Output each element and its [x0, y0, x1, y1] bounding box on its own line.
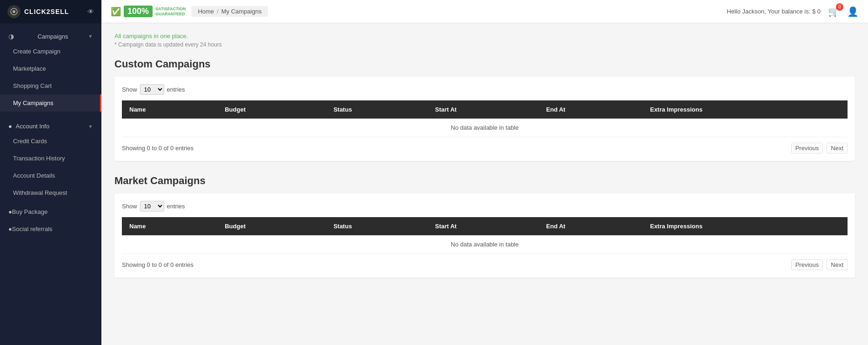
campaigns-section: ◑ Campaigns ▼ Create Campaign Marketplac…: [0, 23, 101, 113]
account-info-section: ● Account Info ▼ Credit Cards Transactio…: [0, 113, 101, 203]
custom-campaigns-card: Show 10 25 50 100 entries Name Budget St…: [114, 77, 855, 161]
custom-showing-text: Showing 0 to 0 of 0 entries: [122, 145, 194, 152]
campaigns-chevron: ▼: [88, 33, 93, 39]
market-table-footer: Showing 0 to 0 of 0 entries Previous Nex…: [122, 259, 848, 270]
sidebar-logo: CLICK2SELL 👁: [0, 0, 101, 23]
show-label-market: Show: [122, 203, 137, 210]
market-showing-text: Showing 0 to 0 of 0 entries: [122, 261, 194, 268]
social-icon: ●: [8, 226, 12, 232]
custom-campaigns-title: Custom Campaigns: [114, 58, 855, 70]
market-col-status: Status: [326, 217, 427, 235]
shield-icon: ✅: [111, 7, 121, 17]
account-icon: ●: [8, 123, 12, 130]
market-table-header-row: Name Budget Status Start At End At Extra…: [122, 217, 848, 235]
header-right: Hello Jackson, Your balance is: $ 0 🛒 0 …: [727, 6, 859, 17]
market-campaigns-card: Show 10 25 50 100 entries Name Budget St…: [114, 193, 855, 278]
logo-icon: [7, 5, 20, 18]
custom-no-data-row: No data available in table: [122, 119, 848, 137]
custom-next-button[interactable]: Next: [827, 143, 848, 153]
svg-point-1: [13, 10, 15, 13]
entries-select-custom[interactable]: 10 25 50 100: [140, 84, 164, 95]
market-pagination: Previous Next: [791, 259, 848, 270]
sidebar-item-transaction-history[interactable]: Transaction History: [0, 150, 101, 167]
eye-icon[interactable]: 👁: [87, 8, 94, 15]
market-col-name: Name: [122, 217, 217, 235]
breadcrumb-nav: Home / My Campaigns: [198, 8, 261, 15]
logo-text: CLICK2SELL: [24, 8, 69, 15]
market-next-button[interactable]: Next: [827, 259, 848, 270]
buy-package-icon: ●: [8, 208, 12, 215]
breadcrumb-current: My Campaigns: [221, 8, 262, 15]
breadcrumb: Home / My Campaigns: [191, 6, 268, 17]
market-show-entries: Show 10 25 50 100 entries: [122, 201, 848, 212]
market-col-extra-impressions: Extra Impressions: [642, 217, 848, 235]
campaigns-label: Campaigns: [38, 33, 68, 40]
col-end-at: End At: [539, 100, 642, 119]
campaigns-section-header[interactable]: ◑ Campaigns ▼: [0, 28, 101, 43]
sidebar-item-buy-package[interactable]: ● Buy Package: [0, 203, 101, 220]
col-status: Status: [326, 100, 427, 119]
entries-label-custom: entries: [167, 86, 185, 93]
table-header-row: Name Budget Status Start At End At Extra…: [122, 100, 848, 119]
market-prev-button[interactable]: Previous: [791, 259, 823, 270]
satisfaction-badge: ✅ 100% SATISFACTIONGUARANTEED: [111, 6, 186, 17]
satisfaction-text: SATISFACTIONGUARANTEED: [155, 7, 186, 17]
user-icon[interactable]: 👤: [847, 6, 859, 17]
account-info-label: Account Info: [16, 123, 49, 130]
sidebar-item-credit-cards[interactable]: Credit Cards: [0, 133, 101, 150]
entries-select-market[interactable]: 10 25 50 100: [140, 201, 164, 212]
entries-label-market: entries: [167, 203, 185, 210]
sidebar: CLICK2SELL 👁 ◑ Campaigns ▼ Create Campai…: [0, 0, 101, 345]
custom-show-entries: Show 10 25 50 100 entries: [122, 84, 848, 95]
sidebar-item-marketplace[interactable]: Marketplace: [0, 60, 101, 77]
account-chevron: ▼: [88, 124, 93, 129]
main: ✅ 100% SATISFACTIONGUARANTEED Home / My …: [101, 0, 868, 345]
custom-no-data-text: No data available in table: [122, 119, 848, 137]
campaigns-icon: ◑: [8, 33, 14, 40]
market-campaigns-table: Name Budget Status Start At End At Extra…: [122, 217, 848, 254]
header: ✅ 100% SATISFACTIONGUARANTEED Home / My …: [101, 0, 868, 23]
breadcrumb-separator: /: [217, 8, 219, 15]
cart-button[interactable]: 🛒 0: [828, 6, 840, 17]
content-subtitle: All campaigns in one place.: [114, 33, 855, 40]
cart-count: 0: [836, 3, 843, 11]
custom-table-footer: Showing 0 to 0 of 0 entries Previous Nex…: [122, 143, 848, 153]
market-no-data-text: No data available in table: [122, 235, 848, 254]
sidebar-item-shopping-cart[interactable]: Shopping Cart: [0, 77, 101, 94]
custom-pagination: Previous Next: [791, 143, 848, 153]
market-col-budget: Budget: [217, 217, 326, 235]
header-left: ✅ 100% SATISFACTIONGUARANTEED Home / My …: [111, 6, 268, 17]
market-col-start-at: Start At: [427, 217, 539, 235]
balance-text: Hello Jackson, Your balance is: $ 0: [727, 8, 821, 15]
sidebar-item-withdrawal-request[interactable]: Withdrawal Request: [0, 184, 101, 201]
market-campaigns-title: Market Campaigns: [114, 175, 855, 187]
col-budget: Budget: [217, 100, 326, 119]
col-name: Name: [122, 100, 217, 119]
content-area: All campaigns in one place. * Campaign d…: [101, 23, 868, 345]
content-note: * Campaign data is updated every 24 hour…: [114, 41, 855, 48]
breadcrumb-home[interactable]: Home: [198, 8, 214, 15]
col-extra-impressions: Extra Impressions: [642, 100, 848, 119]
market-no-data-row: No data available in table: [122, 235, 848, 254]
account-info-header[interactable]: ● Account Info ▼: [0, 118, 101, 133]
custom-prev-button[interactable]: Previous: [791, 143, 823, 153]
sidebar-item-my-campaigns[interactable]: My Campaigns: [0, 94, 101, 112]
col-start-at: Start At: [427, 100, 539, 119]
custom-campaigns-table: Name Budget Status Start At End At Extra…: [122, 100, 848, 137]
market-col-end-at: End At: [539, 217, 642, 235]
sidebar-item-create-campaign[interactable]: Create Campaign: [0, 43, 101, 60]
show-label-custom: Show: [122, 86, 137, 93]
sidebar-item-social-referrals[interactable]: ● Social referrals: [0, 220, 101, 238]
sidebar-item-account-details[interactable]: Account Details: [0, 167, 101, 184]
satisfaction-percent: 100%: [124, 6, 153, 17]
